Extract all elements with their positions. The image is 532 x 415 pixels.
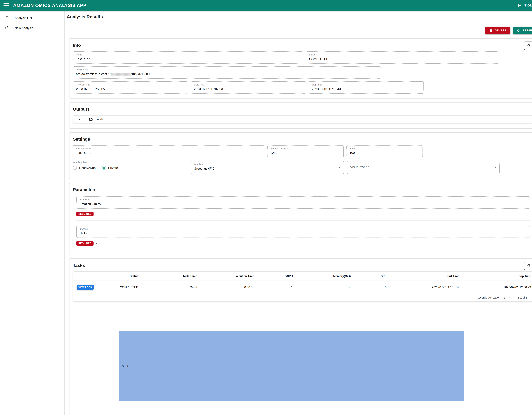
main-content: Analysis Results DELETE RERUN [65, 11, 532, 415]
workflow-type-group: Workflow Type Ready2Run Private [73, 161, 188, 174]
status-field-label: Status [309, 53, 495, 56]
analysis-name-field[interactable]: Analysis Name Test Run 1 [73, 145, 264, 157]
dropdown-caret-icon[interactable]: ▼ [338, 166, 341, 169]
column-header-start-time: Start Time [389, 272, 461, 281]
storage-capacity-field[interactable]: Storage Capacity 1200 [267, 145, 344, 157]
sidebar-item-new-analysis[interactable]: New Analysis [0, 23, 64, 33]
storage-capacity-value: 1200 [270, 151, 341, 154]
column-header-execution-time: Execution Time [199, 272, 256, 281]
radio-ready2run[interactable]: Ready2Run [73, 166, 96, 170]
cell-status: COMPLETED [105, 281, 140, 294]
list-icon [4, 15, 9, 20]
delete-button[interactable]: DELETE [485, 27, 510, 34]
name-field-value: Test Run 1 [76, 57, 300, 61]
tasks-table-card: Status Task Name Execution Time vCPU Mem… [73, 271, 532, 301]
page-title: Analysis Results [67, 14, 532, 19]
workflow-select-label: Workflow [194, 163, 341, 165]
workflow-type-label: Workflow Type [73, 161, 188, 164]
start-time-field: Start Time 2023-07-01 12:02:03 [191, 81, 306, 94]
tasks-gantt-chart: Greet [73, 316, 532, 415]
table-row: VIEW LOGS COMPLETED Greet 00:00:37 1 4 0… [73, 281, 532, 294]
parameters-section: Parameters addressee Amazon Omics REQUIR… [69, 183, 532, 255]
stop-time-label: Stop Time [312, 84, 421, 86]
parameters-title: Parameters [73, 187, 532, 192]
table-pagination: Records per page: 5 ▼ 1-1 of 1 [73, 294, 532, 301]
required-suffix: - [96, 242, 97, 245]
sidebar-item-label: Analysis List [15, 16, 32, 20]
redacted-account-id [111, 73, 131, 76]
greeting-value: Hello [79, 232, 527, 235]
chevron-down-icon[interactable] [77, 117, 81, 121]
priority-value: 100 [350, 151, 420, 154]
creation-time-label: Creation Time [76, 84, 185, 86]
cell-task-name: Greet [140, 281, 199, 294]
status-field-value: COMPLETED [309, 57, 495, 61]
sidebar-item-label: New Analysis [15, 26, 33, 30]
cell-gpu: 0 [353, 281, 389, 294]
tasks-refresh-button[interactable] [524, 261, 532, 270]
sidebar-item-analysis-list[interactable]: Analysis List [0, 13, 64, 23]
app-bar: AMAZON OMICS ANALYSIS APP SIGNOUT [0, 0, 532, 11]
greeting-label: greeting [79, 228, 527, 230]
sidebar: Analysis List New Analysis [0, 11, 65, 415]
radio-ready2run-circle[interactable] [73, 166, 77, 170]
folder-icon [89, 117, 93, 121]
required-badge: REQUIRED [76, 241, 94, 246]
name-field: Name Test Run 1 [73, 51, 303, 64]
dropdown-caret-icon[interactable]: ▼ [494, 166, 496, 169]
column-header-task-name: Task Name [140, 272, 199, 281]
priority-field[interactable]: Priority 100 [346, 145, 423, 157]
addressee-value: Amazon Omics [79, 202, 527, 206]
tasks-title: Tasks [73, 263, 532, 268]
greeting-field[interactable]: greeting Hello [76, 226, 530, 238]
omics-arn-field: Omics ARN arn:aws:omics:us-east-1::run/4… [73, 67, 381, 79]
settings-title: Settings [73, 137, 532, 142]
cell-stop-time: 2023-07-01 12:06:29 [461, 281, 532, 294]
creation-time-value: 2023-07-01 11:53:05 [76, 87, 185, 91]
workflow-select[interactable]: Workflow GreetingsNF-2 ▼ [191, 161, 344, 174]
records-per-page-value[interactable]: 5 [504, 296, 505, 299]
omics-arn-field-value: arn:aws:omics:us-east-1::run/4698309 [76, 72, 378, 76]
column-header-stop-time: Stop Time [461, 272, 532, 281]
outputs-section: Outputs pubdir [69, 102, 532, 129]
radio-private[interactable]: Private [102, 166, 118, 170]
rerun-button[interactable]: RERUN [513, 27, 532, 34]
pagination-range: 1-1 of 1 [518, 296, 527, 299]
addressee-label: addressee [79, 198, 527, 201]
trash-icon [489, 29, 493, 32]
column-header-vcpu: vCPU [256, 272, 295, 281]
parameter-block-addressee: addressee Amazon Omics REQUIRED - [76, 196, 530, 221]
analysis-name-label: Analysis Name [76, 147, 261, 150]
info-refresh-button[interactable] [524, 41, 532, 50]
view-logs-button[interactable]: VIEW LOGS [77, 285, 94, 290]
analysis-results-card: DELETE RERUN Info [66, 23, 532, 415]
radio-private-label[interactable]: Private [108, 166, 118, 170]
column-header-status: Status [105, 272, 140, 281]
radio-private-circle[interactable] [102, 166, 106, 170]
menu-icon[interactable] [3, 3, 9, 8]
logout-icon [518, 3, 522, 8]
sparkle-icon [4, 25, 9, 30]
analysis-name-value: Test Run 1 [76, 151, 261, 154]
info-title: Info [73, 43, 532, 48]
records-per-page-caret-icon[interactable]: ▼ [508, 296, 510, 299]
stop-time-value: 2023-07-01 12:18:43 [312, 87, 421, 91]
visualization-placeholder: Visualization [350, 163, 497, 171]
signout-button[interactable]: SIGNOUT [518, 3, 532, 8]
parameter-block-greeting: greeting Hello REQUIRED - [76, 225, 530, 250]
visualization-select[interactable]: Visualization ▼ [347, 161, 500, 174]
outputs-folder-row[interactable]: pubdir [73, 115, 532, 124]
addressee-field[interactable]: addressee Amazon Omics [76, 196, 530, 209]
gantt-bar-greet[interactable]: Greet [119, 331, 465, 401]
cell-start-time: 2023-07-01 12:05:52 [389, 281, 461, 294]
stop-time-field: Stop Time 2023-07-01 12:18:43 [309, 81, 424, 94]
outputs-title: Outputs [73, 107, 532, 112]
settings-section: Settings Analysis Name Test Run 1 Storag… [69, 132, 532, 179]
refresh-icon [527, 264, 531, 268]
column-header-memory: Memory(GiB) [295, 272, 353, 281]
start-time-label: Start Time [194, 84, 303, 86]
delete-label: DELETE [495, 29, 507, 32]
radio-ready2run-label[interactable]: Ready2Run [79, 166, 96, 170]
info-section: Info Name Test Run 1 Status COMPLETED [69, 39, 532, 99]
storage-capacity-label: Storage Capacity [270, 147, 341, 150]
